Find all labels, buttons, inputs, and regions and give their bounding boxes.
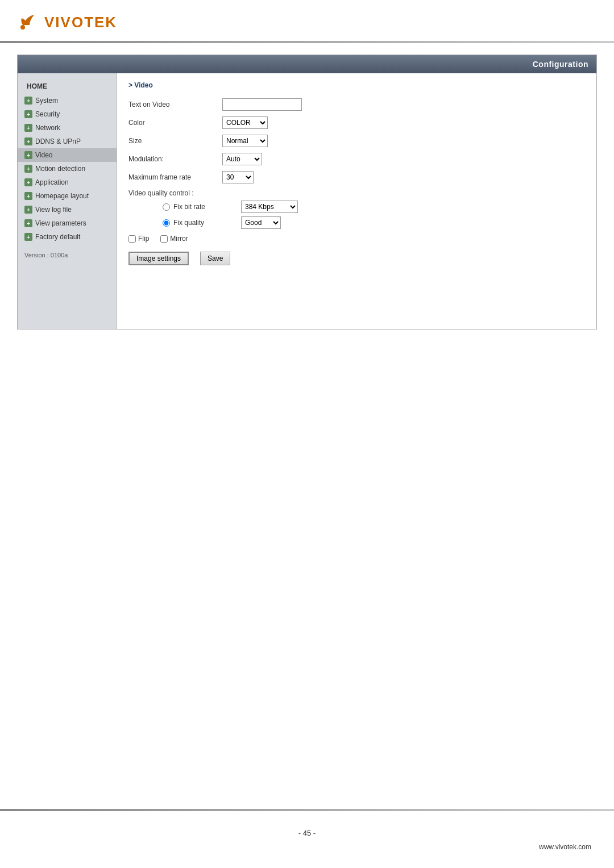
fix-quality-radio[interactable] [163,219,170,227]
svg-point-0 [20,25,25,30]
color-label: Color [128,119,217,127]
max-frame-rate-label: Maximum frame rate [128,173,217,181]
flip-checkbox[interactable] [128,235,136,243]
expand-icon-homepage: + [24,192,32,200]
sidebar-item-viewparams[interactable]: + View parameters [18,216,117,230]
fix-bit-rate-label: Fix bit rate [173,203,230,211]
text-on-video-input[interactable] [222,98,302,111]
fix-bit-rate-radio[interactable] [163,203,170,211]
expand-icon-network: + [24,124,32,132]
modulation-row: Modulation: Auto NTSC PAL [128,153,585,165]
footer-url: www.vivotek.com [0,843,614,851]
color-select[interactable]: COLOR B&W [222,116,268,129]
size-select[interactable]: Normal Large Small [222,135,268,147]
expand-icon-system: + [24,97,32,105]
expand-icon-application: + [24,178,32,186]
text-on-video-row: Text on Video [128,98,585,111]
buttons-row: Image settings Save [128,252,585,265]
page-number: - 45 - [0,823,614,843]
main-container: Configuration HOME + System + [0,43,614,341]
sidebar-item-network[interactable]: + Network [18,121,117,135]
config-header-label: Configuration [533,60,588,69]
sidebar-item-system[interactable]: + System [18,94,117,107]
section-title: > Video [128,81,585,91]
expand-icon-video: + [24,151,32,159]
config-header: Configuration [18,55,596,73]
flip-item: Flip [128,235,149,243]
modulation-label: Modulation: [128,155,217,163]
sidebar-item-factory[interactable]: + Factory default [18,230,117,244]
quality-select[interactable]: Good Normal Fair Excellent [241,216,281,229]
fix-bit-rate-row: Fix bit rate 384 Kbps 512 Kbps 768 Kbps … [128,201,585,213]
expand-icon-viewlog: + [24,206,32,214]
header: VIVOTEK [0,0,614,41]
fix-quality-label: Fix quality [173,219,230,227]
expand-icon-viewparams: + [24,219,32,227]
sidebar-item-video[interactable]: + Video [18,148,117,162]
sidebar-item-homepage[interactable]: + Homepage layout [18,189,117,203]
color-row: Color COLOR B&W [128,116,585,129]
mirror-item: Mirror [160,235,188,243]
flip-label: Flip [138,235,149,243]
version-text: Version : 0100a [18,244,117,262]
expand-icon-security: + [24,110,32,118]
flip-mirror-row: Flip Mirror [128,235,585,243]
sidebar-item-viewlog[interactable]: + View log file [18,203,117,216]
video-quality-label-row: Video quality control : [128,189,585,197]
sidebar-item-home[interactable]: HOME [18,79,117,94]
vivotek-logo-icon [17,10,41,34]
sidebar: HOME + System + Security + N [18,73,117,329]
mirror-checkbox[interactable] [160,235,168,243]
expand-icon-motion: + [24,165,32,173]
modulation-select[interactable]: Auto NTSC PAL [222,153,262,165]
image-settings-button[interactable]: Image settings [128,252,189,265]
video-quality-label: Video quality control : [128,189,217,197]
sidebar-item-motion[interactable]: + Motion detection [18,162,117,176]
size-label: Size [128,137,217,145]
bit-rate-select[interactable]: 384 Kbps 512 Kbps 768 Kbps 1 Mbps [241,201,298,213]
mirror-label: Mirror [170,235,188,243]
expand-icon-factory: + [24,233,32,241]
fix-quality-row: Fix quality Good Normal Fair Excellent [128,216,585,229]
logo-area: VIVOTEK [17,10,597,34]
text-on-video-label: Text on Video [128,101,217,108]
bottom-divider [0,809,614,811]
sidebar-item-ddns[interactable]: + DDNS & UPnP [18,135,117,148]
save-button[interactable]: Save [200,252,230,265]
size-row: Size Normal Large Small [128,135,585,147]
form-area: > Video Text on Video Color COLOR B&W [117,73,596,329]
config-panel: Configuration HOME + System + [17,55,597,329]
logo-text: VIVOTEK [44,14,117,31]
expand-icon-ddns: + [24,137,32,145]
sidebar-item-application[interactable]: + Application [18,176,117,189]
sidebar-item-security[interactable]: + Security [18,107,117,121]
config-body: HOME + System + Security + N [18,73,596,329]
max-frame-rate-select[interactable]: 30 25 15 10 5 [222,171,254,183]
footer: - 45 - www.vivotek.com [0,823,614,851]
max-frame-rate-row: Maximum frame rate 30 25 15 10 5 [128,171,585,183]
